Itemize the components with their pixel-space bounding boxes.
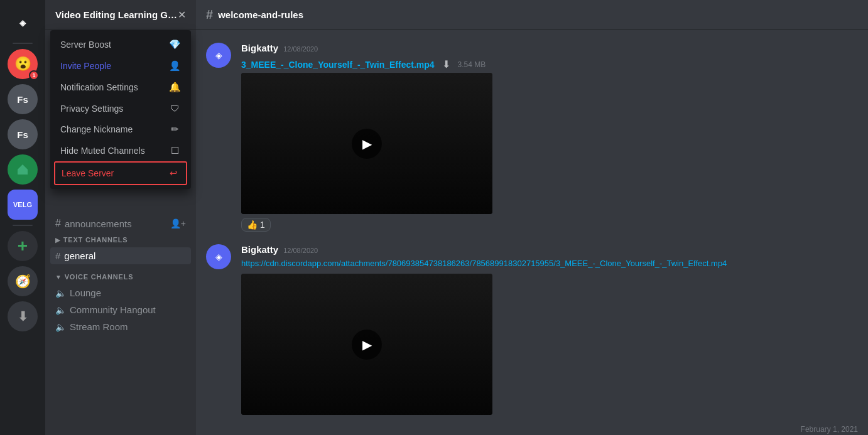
checkbox-icon: ☐ xyxy=(168,145,181,156)
server-sidebar-divider xyxy=(13,43,33,44)
sidebar-item-add-server[interactable]: + xyxy=(8,231,38,261)
sidebar-item-discord-home[interactable]: ◈ xyxy=(8,8,38,38)
menu-label-hide-muted-channels: Hide Muted Channels xyxy=(60,146,145,156)
channel-name-stream-room: Stream Room xyxy=(70,321,128,332)
channel-item-lounge[interactable]: 🔈 Lounge xyxy=(50,284,191,301)
attachment-container-1: 3_MEEE_-_Clone_Yourself_-_Twin_Effect.mp… xyxy=(241,58,858,232)
speaker-icon-lounge: 🔈 xyxy=(55,288,66,298)
reaction-thumbsup[interactable]: 👍 1 xyxy=(241,218,271,232)
menu-item-notification-settings[interactable]: Notification Settings 🔔 xyxy=(54,77,187,98)
avatar-bigkatty-1: ◈ xyxy=(206,43,231,68)
reaction-count-1: 1 xyxy=(260,220,265,230)
top-bar-channel-name: welcome-and-rules xyxy=(218,9,303,20)
download-button-1[interactable]: ⬇ xyxy=(442,58,450,70)
channel-item-stream-room[interactable]: 🔈 Stream Room xyxy=(50,318,191,335)
channel-item-community-hangout[interactable]: 🔈 Community Hangout xyxy=(50,301,191,318)
avatar-bigkatty-2: ◈ xyxy=(206,244,231,269)
message-content-bigkatty-2: Bigkatty 12/08/2020 https://cdn.discorda… xyxy=(241,244,858,415)
add-member-icon[interactable]: 👤+ xyxy=(170,218,186,228)
bell-icon: 🔔 xyxy=(168,82,181,93)
attachment-meta-1: 3_MEEE_-_Clone_Yourself_-_Twin_Effect.mp… xyxy=(241,58,858,70)
collapse-arrow-voice-icon: ▼ xyxy=(55,274,62,281)
hash-icon: # xyxy=(55,218,61,229)
svg-text:◈: ◈ xyxy=(215,50,222,60)
message-header-bigkatty-2: Bigkatty 12/08/2020 xyxy=(241,244,858,255)
invite-icon: 👤 xyxy=(168,60,181,72)
message-content-bigkatty-1: Bigkatty 12/08/2020 3_MEEE_-_Clone_Yours… xyxy=(241,43,858,232)
channel-item-announcements[interactable]: # announcements 👤+ xyxy=(50,215,191,232)
menu-item-invite-people[interactable]: Invite People 👤 xyxy=(54,55,187,77)
shield-icon: 🛡 xyxy=(168,103,181,114)
message-link-container: https://cdn.discordapp.com/attachments/7… xyxy=(241,257,858,269)
chat-area: ◈ Bigkatty 12/08/2020 3_MEEE_-_Clone_You… xyxy=(196,30,868,435)
svg-text:◈: ◈ xyxy=(215,252,222,262)
speaker-icon-hangout: 🔈 xyxy=(55,305,66,315)
collapse-arrow-icon: ▶ xyxy=(55,237,61,244)
menu-item-change-nickname[interactable]: Change Nickname ✏ xyxy=(54,119,187,140)
video-thumbnail-1[interactable]: ▶ xyxy=(241,73,492,214)
channel-list: # announcements 👤+ ▶ TEXT CHANNELS # gen… xyxy=(45,200,196,435)
voice-channels-label: VOICE CHANNELS xyxy=(65,273,134,281)
text-channels-label: TEXT CHANNELS xyxy=(63,236,128,244)
server-dropdown-menu: Server Boost 💎 Invite People 👤 Notificat… xyxy=(50,30,191,189)
sidebar-item-download[interactable]: ⬇ xyxy=(8,301,38,331)
play-button-1[interactable]: ▶ xyxy=(352,129,382,159)
menu-label-privacy-settings: Privacy Settings xyxy=(60,104,123,114)
channel-sidebar: Video Editing Learning Gr... ✕ Server Bo… xyxy=(45,0,196,435)
channel-name-community-hangout: Community Hangout xyxy=(70,304,156,315)
sidebar-item-fs2[interactable]: Fs xyxy=(8,119,38,149)
menu-item-hide-muted-channels[interactable]: Hide Muted Channels ☐ xyxy=(54,140,187,161)
channel-name-announcements: announcements xyxy=(65,218,132,229)
server-title: Video Editing Learning Gr... xyxy=(55,9,178,20)
sidebar-item-teal[interactable] xyxy=(8,154,38,185)
timestamp-bigkatty-2: 12/08/2020 xyxy=(283,247,318,254)
boost-icon: 💎 xyxy=(168,39,181,50)
text-channels-section-header[interactable]: ▶ TEXT CHANNELS xyxy=(50,232,191,247)
play-button-2[interactable]: ▶ xyxy=(352,330,382,360)
server-header[interactable]: Video Editing Learning Gr... ✕ xyxy=(45,0,196,30)
channel-item-general[interactable]: # general xyxy=(50,247,191,264)
username-bigkatty-2: Bigkatty xyxy=(241,244,278,255)
top-bar: # welcome-and-rules xyxy=(196,0,868,30)
username-bigkatty-1: Bigkatty xyxy=(241,43,278,53)
attachment-size-1: 3.54 MB xyxy=(458,60,486,69)
voice-channels-section-header[interactable]: ▼ VOICE CHANNELS xyxy=(50,269,191,284)
leave-icon: ↩ xyxy=(167,168,180,179)
date-divider: February 1, 2021 xyxy=(206,420,858,435)
sidebar-item-velg[interactable]: VELG xyxy=(8,190,38,220)
channel-hash-icon: # xyxy=(206,8,213,22)
menu-item-leave-server[interactable]: Leave Server ↩ xyxy=(54,161,187,185)
menu-label-change-nickname: Change Nickname xyxy=(60,124,133,134)
menu-label-notification-settings: Notification Settings xyxy=(60,82,138,92)
close-icon[interactable]: ✕ xyxy=(178,9,186,21)
timestamp-bigkatty-1: 12/08/2020 xyxy=(283,45,318,53)
server-sidebar-divider2 xyxy=(13,225,33,226)
pencil-icon: ✏ xyxy=(168,124,181,135)
message-group-bigkatty-2: ◈ Bigkatty 12/08/2020 https://cdn.discor… xyxy=(206,242,858,417)
server-sidebar: ◈ 😮 1 Fs Fs VELG + 🧭 ⬇ xyxy=(0,0,45,435)
message-link-1[interactable]: https://cdn.discordapp.com/attachments/7… xyxy=(241,259,727,268)
channel-name-general: general xyxy=(64,250,95,261)
menu-label-invite-people: Invite People xyxy=(60,61,111,71)
sidebar-item-fs1[interactable]: Fs xyxy=(8,84,38,114)
sidebar-item-explore[interactable]: 🧭 xyxy=(8,266,38,296)
menu-label-server-boost: Server Boost xyxy=(60,40,111,50)
sidebar-item-red-server[interactable]: 😮 1 xyxy=(8,49,38,79)
reaction-emoji-1: 👍 xyxy=(247,220,258,230)
menu-item-privacy-settings[interactable]: Privacy Settings 🛡 xyxy=(54,98,187,119)
main-area: # welcome-and-rules ◈ Bigkatty 12/08/202… xyxy=(196,0,868,435)
notification-badge: 1 xyxy=(29,70,39,80)
message-group-bigkatty-1: ◈ Bigkatty 12/08/2020 3_MEEE_-_Clone_You… xyxy=(206,40,858,234)
menu-label-leave-server: Leave Server xyxy=(62,168,114,178)
menu-item-server-boost[interactable]: Server Boost 💎 xyxy=(54,34,187,55)
attachment-filename-1[interactable]: 3_MEEE_-_Clone_Yourself_-_Twin_Effect.mp… xyxy=(241,60,435,70)
video-thumbnail-2[interactable]: ▶ xyxy=(241,274,492,415)
speaker-icon-stream: 🔈 xyxy=(55,322,66,332)
channel-name-lounge: Lounge xyxy=(70,287,101,298)
message-header-bigkatty-1: Bigkatty 12/08/2020 xyxy=(241,43,858,53)
hash-icon-general: # xyxy=(55,250,60,261)
